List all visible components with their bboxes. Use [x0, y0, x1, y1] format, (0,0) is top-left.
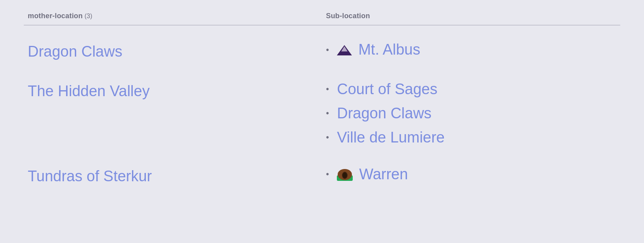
mother-cell: The Hidden Valley: [24, 81, 322, 101]
bullet-icon: •: [326, 169, 329, 179]
table-row: Dragon Claws • Mt. Albus: [24, 25, 620, 69]
bullet-icon: •: [326, 132, 329, 142]
sub-location-item: • Dragon Claws: [326, 105, 621, 122]
bullet-icon: •: [326, 84, 329, 94]
sub-location-item: • Court of Sages: [326, 81, 621, 98]
mother-location-count: (3): [84, 13, 92, 19]
sub-location-name[interactable]: Warren: [359, 166, 408, 183]
sub-location-item: • Warren: [326, 166, 621, 183]
sub-location-name[interactable]: Mt. Albus: [358, 41, 420, 58]
sub-location-name[interactable]: Ville de Lumiere: [337, 129, 445, 146]
mother-location-name[interactable]: Tundras of Sterkur: [28, 167, 152, 186]
sub-location-name[interactable]: Dragon Claws: [337, 105, 432, 122]
mother-cell: Dragon Claws: [24, 41, 322, 61]
mother-location-name[interactable]: The Hidden Valley: [28, 82, 150, 101]
table-header: mother-location (3) Sub-location: [24, 12, 620, 25]
sub-cell: • Mt. Albus: [322, 41, 621, 58]
table-body: Dragon Claws • Mt. Albus The Hidden Vall…: [24, 25, 620, 193]
bullet-icon: •: [326, 45, 329, 55]
sub-location-header: Sub-location: [322, 12, 621, 20]
table-row: Tundras of Sterkur •: [24, 154, 620, 194]
mother-cell: Tundras of Sterkur: [24, 166, 322, 186]
mountain-icon: [337, 44, 352, 55]
bullet-icon: •: [326, 108, 329, 118]
mother-location-header: mother-location (3): [24, 12, 322, 20]
sub-location-item: • Ville de Lumiere: [326, 129, 621, 146]
sub-cell: • Warren: [322, 166, 621, 183]
sub-location-name[interactable]: Court of Sages: [337, 81, 437, 98]
sub-location-item: • Mt. Albus: [326, 41, 621, 58]
mother-location-label: mother-location: [28, 12, 83, 20]
warren-icon: [337, 167, 353, 181]
table-container: mother-location (3) Sub-location Dragon …: [0, 0, 644, 205]
sub-cell: • Court of Sages • Dragon Claws • Ville …: [322, 81, 621, 146]
svg-point-5: [343, 173, 347, 178]
mother-location-name[interactable]: Dragon Claws: [28, 43, 122, 61]
sub-location-label: Sub-location: [326, 12, 370, 20]
table-row: The Hidden Valley • Court of Sages • Dra…: [24, 69, 620, 154]
